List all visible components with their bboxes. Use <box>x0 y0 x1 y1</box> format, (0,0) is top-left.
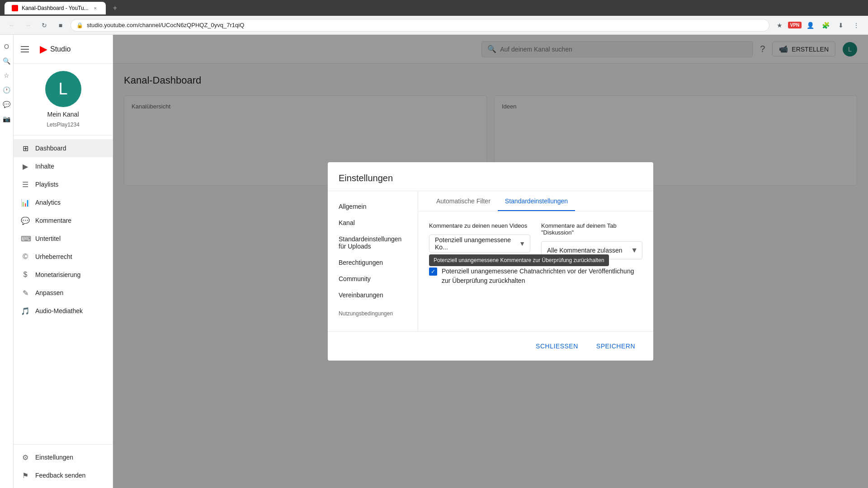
forward-button[interactable]: → <box>22 19 34 32</box>
home-button[interactable]: ■ <box>54 19 67 32</box>
modal-sidebar-community[interactable]: Community <box>328 271 418 287</box>
yt-sidebar: ▶ Studio L Mein Kanal LetsPlay1234 ⊞ Das… <box>14 35 113 488</box>
settings-columns: Kommentare zu deinen neuen Videos Potenz… <box>429 222 642 259</box>
modal-sidebar-allgemein[interactable]: Allgemein <box>328 198 418 215</box>
sidebar-label-feedback: Feedback senden <box>35 472 85 479</box>
channel-handle: LetsPlay1234 <box>47 122 80 128</box>
tab-title: Kanal-Dashboard - YouTu... <box>22 5 89 11</box>
modal-overlay[interactable]: Einstellungen Allgemein Kanal Standardei… <box>113 35 868 488</box>
vpn-icon[interactable]: VPN <box>788 19 801 32</box>
sidebar-item-feedback[interactable]: ⚑ Feedback senden <box>14 466 113 484</box>
left-icons-bar: O 🔍 ☆ 🕐 💬 📷 <box>0 35 14 488</box>
dropdown-arrow-icon: ▼ <box>519 240 525 247</box>
nav-items: ⊞ Dashboard ▶ Inhalte ☰ Playlists 📊 Anal… <box>14 136 113 444</box>
address-bar[interactable]: 🔒 studio.youtube.com/channel/UCocN6zQPHQ… <box>71 19 769 32</box>
tab-content: Kommentare zu deinen neuen Videos Potenz… <box>418 211 653 331</box>
profile-icon[interactable]: 👤 <box>804 19 816 32</box>
save-button[interactable]: SPEICHERN <box>589 339 642 353</box>
sidebar-label-kommentare: Kommentare <box>35 217 71 224</box>
modal-footer: SCHLIESSEN SPEICHERN <box>328 331 653 361</box>
bookmarks-icon[interactable]: ★ <box>773 19 786 32</box>
navigation-bar: ← → ↻ ■ 🔒 studio.youtube.com/channel/UCo… <box>0 16 868 35</box>
yt-logo[interactable]: ▶ Studio <box>40 43 71 55</box>
channel-name: Mein Kanal <box>47 111 79 118</box>
sidebar-item-urheberrecht[interactable]: © Urheberrecht <box>14 248 113 266</box>
checkbox-row: ✓ Potenziell unangemessene Chatnachricht… <box>429 267 642 286</box>
modal-sidebar-standardeinstellungen[interactable]: Standardeinstellungen für Uploads <box>328 231 418 254</box>
modal-sidebar-kanal[interactable]: Kanal <box>328 215 418 231</box>
dropdown-tooltip: Potenziell unangemessene Kommentare zur … <box>429 254 609 266</box>
close-button[interactable]: SCHLIESSEN <box>528 339 585 353</box>
inhalte-icon: ▶ <box>21 162 30 171</box>
yt-logo-icon: ▶ <box>40 43 47 55</box>
sidebar-label-anpassen: Anpassen <box>35 289 63 296</box>
back-button[interactable]: ← <box>5 19 18 32</box>
modal-sidebar-vereinbarungen[interactable]: Vereinbarungen <box>328 287 418 303</box>
modal-sidebar: Allgemein Kanal Standardeinstellungen fü… <box>328 191 418 331</box>
opera-home-icon[interactable]: O <box>0 40 13 53</box>
sidebar-item-inhalte[interactable]: ▶ Inhalte <box>14 157 113 175</box>
checkmark-icon: ✓ <box>431 268 435 275</box>
hamburger-menu[interactable] <box>21 44 32 55</box>
einstellungen-icon: ⚙ <box>21 453 30 462</box>
menu-icon[interactable]: ⋮ <box>850 19 863 32</box>
tab-standardeinstellungen[interactable]: Standardeinstellungen <box>498 191 575 211</box>
monetarisierung-icon: $ <box>21 271 30 279</box>
download-icon[interactable]: ⬇ <box>835 19 847 32</box>
tab-close-button[interactable]: × <box>92 5 99 11</box>
dashboard-icon: ⊞ <box>21 144 30 153</box>
feedback-icon: ⚑ <box>21 471 30 480</box>
reload-button[interactable]: ↻ <box>38 19 51 32</box>
new-videos-dropdown-wrapper: Potenziell unangemessene Ko... ▼ Potenzi… <box>429 235 530 253</box>
sidebar-label-analytics: Analytics <box>35 199 61 206</box>
tab-automatische-filter[interactable]: Automatische Filter <box>429 191 498 211</box>
untertitel-icon: ⌨ <box>21 235 30 243</box>
new-videos-dropdown-value: Potenziell unangemessene Ko... <box>435 236 514 251</box>
checkbox-potentially-inappropriate[interactable]: ✓ <box>429 267 437 276</box>
sidebar-label-urheberrecht: Urheberrecht <box>35 253 72 260</box>
nav-actions: ★ VPN 👤 🧩 ⬇ ⋮ <box>773 19 863 32</box>
sidebar-item-kommentare[interactable]: 💬 Kommentare <box>14 211 113 230</box>
modal-sidebar-berechtigungen[interactable]: Berechtigungen <box>328 254 418 271</box>
yt-header: ▶ Studio <box>14 35 113 64</box>
sidebar-item-audio-mediathek[interactable]: 🎵 Audio-Mediathek <box>14 302 113 320</box>
audio-icon: 🎵 <box>21 307 30 315</box>
playlists-icon: ☰ <box>21 180 30 189</box>
modal-title: Einstellungen <box>339 173 642 183</box>
modal-body: Allgemein Kanal Standardeinstellungen fü… <box>328 191 653 331</box>
sidebar-item-analytics[interactable]: 📊 Analytics <box>14 193 113 211</box>
tab-favicon <box>12 5 18 11</box>
sidebar-item-playlists[interactable]: ☰ Playlists <box>14 175 113 193</box>
yt-studio-label: Studio <box>50 45 71 53</box>
discussion-label: Kommentare auf deinem Tab "Diskussion" <box>541 222 642 236</box>
browser-tab[interactable]: Kanal-Dashboard - YouTu... × <box>5 2 106 14</box>
address-text: studio.youtube.com/channel/UCocN6zQPHQZ_… <box>87 22 244 28</box>
sidebar-item-untertitel[interactable]: ⌨ Untertitel <box>14 230 113 248</box>
anpassen-icon: ✎ <box>21 289 30 297</box>
analytics-icon: 📊 <box>21 198 30 207</box>
opera-history-icon[interactable]: 🕐 <box>0 84 13 96</box>
opera-instagram-icon[interactable]: 📷 <box>0 113 13 125</box>
sidebar-item-einstellungen[interactable]: ⚙ Einstellungen <box>14 448 113 466</box>
sidebar-item-anpassen[interactable]: ✎ Anpassen <box>14 284 113 302</box>
opera-bookmarks-icon[interactable]: ☆ <box>0 69 13 82</box>
modal-content-area: Automatische Filter Standardeinstellunge… <box>418 191 653 331</box>
channel-info: L Mein Kanal LetsPlay1234 <box>14 64 113 136</box>
sidebar-item-monetarisierung[interactable]: $ Monetarisierung <box>14 266 113 284</box>
new-videos-dropdown[interactable]: Potenziell unangemessene Ko... ▼ <box>429 235 530 253</box>
sidebar-label-untertitel: Untertitel <box>35 235 61 242</box>
column-new-videos: Kommentare zu deinen neuen Videos Potenz… <box>429 222 530 259</box>
nutzungsbedingungen: Nutzungsbedingungen <box>328 303 418 324</box>
bottom-nav: ⚙ Einstellungen ⚑ Feedback senden <box>14 444 113 488</box>
sidebar-item-dashboard[interactable]: ⊞ Dashboard <box>14 139 113 157</box>
opera-search-icon[interactable]: 🔍 <box>0 55 13 67</box>
main-content: 🔍 ? 📹 ERSTELLEN L Kanal-Dashboard Kanalü… <box>113 35 868 488</box>
channel-avatar[interactable]: L <box>45 71 81 107</box>
sidebar-label-dashboard: Dashboard <box>35 145 66 152</box>
opera-whatsapp-icon[interactable]: 💬 <box>0 98 13 111</box>
new-tab-button[interactable]: + <box>109 3 121 13</box>
extensions-icon[interactable]: 🧩 <box>819 19 832 32</box>
sidebar-label-einstellungen: Einstellungen <box>35 454 73 461</box>
browser-chrome: Kanal-Dashboard - YouTu... × + <box>0 0 868 16</box>
new-videos-label: Kommentare zu deinen neuen Videos <box>429 222 530 229</box>
